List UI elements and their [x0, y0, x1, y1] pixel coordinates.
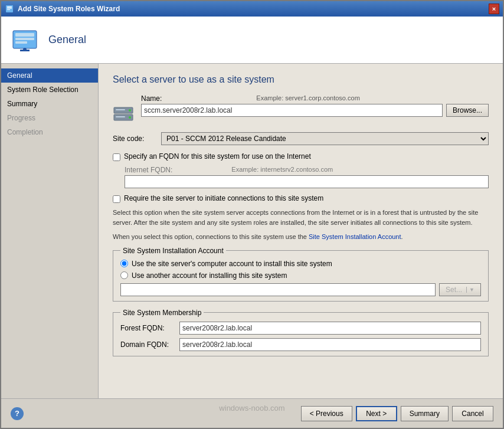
previous-button[interactable]: < Previous: [301, 406, 352, 421]
require-checkbox-row: Require the site server to initiate conn…: [113, 194, 489, 203]
summary-button[interactable]: Summary: [401, 406, 449, 421]
wizard-window: Add Site System Roles Wizard × General G…: [0, 0, 504, 429]
account-input[interactable]: [120, 283, 436, 296]
radio2-row: Use another account for installing this …: [120, 271, 481, 280]
radio1-row: Use the site server's computer account t…: [120, 260, 481, 268]
domain-fqdn-input[interactable]: [179, 338, 481, 351]
wizard-footer: ? < Previous Next > Summary Cancel: [1, 398, 503, 428]
desc-text-2: When you select this option, connections…: [113, 232, 489, 242]
close-button[interactable]: ×: [489, 4, 499, 14]
svg-point-13: [129, 116, 131, 119]
domain-fqdn-label: Domain FQDN:: [120, 340, 174, 349]
name-example: Example: server1.corp.contoso.com: [256, 94, 359, 103]
svg-rect-6: [15, 38, 34, 40]
use-computer-account-radio[interactable]: [120, 260, 128, 267]
forest-fqdn-input[interactable]: [179, 322, 481, 335]
browse-button[interactable]: Browse...: [446, 104, 489, 117]
site-code-row: Site code: P01 - SCCM 2012 Release Candi…: [113, 132, 489, 145]
svg-rect-2: [7, 8, 12, 9]
internet-fqdn-label: Internet FQDN:: [125, 166, 172, 174]
sidebar-item-system-role-selection[interactable]: System Role Selection: [1, 83, 98, 97]
require-checkbox[interactable]: [113, 195, 120, 203]
next-button[interactable]: Next >: [356, 406, 397, 421]
help-button[interactable]: ?: [11, 407, 24, 420]
name-input[interactable]: [141, 104, 443, 117]
name-label: Name:: [141, 94, 162, 103]
window-title: Add Site System Roles Wizard: [18, 5, 120, 13]
radio2-label[interactable]: Use another account for installing this …: [132, 271, 287, 280]
sidebar-item-completion: Completion: [1, 125, 98, 139]
cancel-button[interactable]: Cancel: [452, 406, 493, 421]
internet-fqdn-example: Example: internetsrv2.contoso.com: [231, 166, 333, 174]
site-code-label: Site code:: [113, 135, 155, 143]
set-button[interactable]: Set...: [439, 283, 481, 296]
account-link: Site System Installation Account: [309, 233, 401, 240]
sidebar-item-summary[interactable]: Summary: [1, 97, 98, 111]
fqdn-checkbox[interactable]: [113, 153, 120, 161]
membership-fieldset: Site System Membership Forest FQDN: Doma…: [113, 309, 489, 356]
membership-legend: Site System Membership: [120, 309, 204, 317]
wizard-body: General System Role Selection Summary Pr…: [1, 64, 503, 398]
svg-rect-14: [116, 109, 125, 110]
header-title: General: [48, 34, 86, 46]
svg-rect-5: [15, 33, 34, 37]
content-title: Select a server to use as a site system: [113, 74, 489, 85]
svg-rect-15: [116, 116, 125, 117]
forest-fqdn-label: Forest FQDN:: [120, 324, 174, 332]
sidebar-item-progress: Progress: [1, 111, 98, 125]
svg-rect-1: [7, 6, 12, 8]
installation-account-fieldset: Site System Installation Account Use the…: [113, 247, 489, 302]
desc-text-1: Select this option when the site system …: [113, 208, 489, 227]
svg-rect-7: [15, 41, 27, 44]
fqdn-checkbox-label[interactable]: Specify an FQDN for this site system for…: [124, 152, 311, 161]
wizard-title-icon: [5, 4, 14, 14]
svg-rect-3: [7, 9, 10, 10]
installation-account-legend: Site System Installation Account: [120, 247, 226, 255]
sidebar: General System Role Selection Summary Pr…: [1, 64, 99, 398]
require-checkbox-label[interactable]: Require the site server to initiate conn…: [124, 194, 323, 202]
svg-point-12: [129, 109, 131, 112]
radio1-label[interactable]: Use the site server's computer account t…: [132, 260, 332, 268]
content-area: Select a server to use as a site system …: [99, 64, 503, 398]
title-bar: Add Site System Roles Wizard ×: [1, 1, 503, 17]
site-code-select[interactable]: P01 - SCCM 2012 Release Candidate: [161, 132, 489, 145]
internet-fqdn-input[interactable]: [125, 175, 489, 188]
server-icon: [113, 105, 134, 126]
svg-rect-9: [20, 50, 30, 51]
fqdn-checkbox-row: Specify an FQDN for this site system for…: [113, 152, 489, 161]
wizard-header: General: [1, 17, 503, 64]
sidebar-item-general[interactable]: General: [1, 68, 98, 83]
use-another-account-radio[interactable]: [120, 271, 128, 279]
header-icon: [11, 26, 39, 54]
